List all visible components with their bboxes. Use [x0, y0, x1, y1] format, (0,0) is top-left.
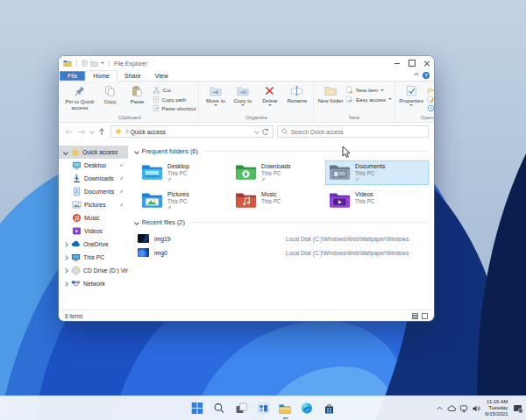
back-button[interactable] — [64, 126, 74, 137]
folder-tile-downloads[interactable]: Downloads This PC — [231, 160, 323, 185]
folder-tile-videos[interactable]: Videos This PC — [325, 189, 429, 213]
sidebar-item-cd-drive[interactable]: CD Drive (D:) Virtual — [59, 264, 128, 277]
network-tray-icon[interactable] — [459, 404, 468, 413]
volume-icon[interactable] — [472, 404, 480, 413]
customize-qat-caret-icon[interactable] — [101, 62, 104, 64]
help-button[interactable]: ? — [423, 72, 430, 79]
copy-path-icon — [153, 96, 160, 103]
collapse-chevron-icon[interactable] — [134, 220, 139, 224]
titlebar[interactable]: File Explorer — [59, 56, 434, 70]
breadcrumb-chevron-icon[interactable] — [124, 129, 128, 133]
forward-button[interactable] — [77, 126, 87, 137]
notification-badge-icon[interactable] — [513, 403, 523, 414]
search-box[interactable] — [277, 125, 429, 138]
copy-to-button[interactable]: Copy to — [229, 83, 256, 106]
rename-button[interactable]: Rename — [283, 83, 310, 103]
pin-icon — [167, 205, 189, 210]
tab-share[interactable]: Share — [117, 70, 148, 81]
copy-path-button[interactable]: Copy path — [153, 96, 195, 103]
new-item-button[interactable]: New item — [345, 86, 391, 94]
tab-view[interactable]: View — [148, 70, 175, 81]
search-input[interactable] — [291, 129, 424, 135]
cut-button[interactable]: Cut — [153, 86, 195, 94]
chevron-right-icon[interactable] — [63, 242, 68, 246]
delete-button[interactable]: Delete — [256, 83, 283, 106]
move-to-button[interactable]: Move to — [202, 83, 229, 106]
up-button[interactable] — [97, 126, 107, 137]
large-icons-view-button[interactable] — [422, 313, 428, 319]
windows-logo-icon — [192, 402, 203, 414]
task-view-button[interactable] — [234, 401, 249, 416]
open-button[interactable]: Open — [427, 86, 434, 94]
easy-access-button[interactable]: Easy access — [345, 96, 391, 103]
minimize-ribbon-icon[interactable] — [414, 73, 418, 77]
search-button[interactable] — [212, 401, 227, 416]
chevron-down-icon[interactable] — [63, 150, 68, 154]
recent-file-row[interactable]: img19 Local Disk (C:)\Windows\Web\Wallpa… — [138, 231, 429, 246]
new-folder-button[interactable]: New folder — [316, 83, 344, 103]
properties-button[interactable]: Properties — [398, 83, 425, 106]
store-button[interactable] — [322, 401, 337, 416]
details-view-button[interactable] — [412, 313, 418, 319]
ribbon-tabs: File Home Share View ? — [59, 70, 434, 82]
tab-home[interactable]: Home — [85, 70, 117, 82]
pin-to-quick-access-button[interactable]: Pin to Quick access — [63, 83, 96, 110]
address-bar[interactable]: Quick access — [110, 125, 274, 138]
folder-tile-documents[interactable]: Documents This PC — [325, 160, 429, 185]
edit-button[interactable]: Edit — [427, 96, 434, 103]
music-folder-icon — [235, 191, 257, 208]
sidebar-item-onedrive[interactable]: OneDrive — [59, 238, 128, 251]
tab-file[interactable]: File — [60, 71, 85, 81]
start-button[interactable] — [190, 401, 205, 416]
onedrive-cloud-icon[interactable] — [447, 404, 457, 412]
widgets-button[interactable] — [256, 401, 271, 416]
pictures-folder-icon — [141, 191, 163, 208]
collapse-chevron-icon[interactable] — [134, 149, 139, 153]
paste-shortcut-button[interactable]: Paste shortcut — [153, 104, 195, 112]
pin-icon — [261, 177, 291, 182]
sidebar-item-network[interactable]: Network — [59, 277, 128, 290]
videos-folder-icon — [329, 191, 351, 208]
ribbon-group-new: New folder New item Easy access New — [314, 82, 394, 122]
sidebar-item-videos[interactable]: Videos — [59, 224, 128, 238]
properties-qat-icon[interactable] — [82, 60, 88, 67]
tray-chevron-up-icon[interactable] — [436, 404, 444, 412]
network-icon — [71, 279, 81, 288]
sidebar-item-documents[interactable]: Documents — [59, 185, 128, 198]
sidebar-item-this-pc[interactable]: This PC — [59, 251, 128, 264]
folder-tile-pictures[interactable]: Pictures This PC — [138, 189, 229, 213]
star-icon — [71, 148, 80, 157]
folder-tile-music[interactable]: Music This PC — [231, 189, 323, 213]
taskbar-clock[interactable]: 11:16 AM Tuesday 6/15/2021 — [485, 399, 508, 417]
history-button[interactable]: History — [427, 104, 434, 112]
chevron-right-icon[interactable] — [63, 281, 68, 286]
file-explorer-button[interactable] — [278, 401, 293, 416]
section-recent-files[interactable]: Recent files (2) — [135, 218, 429, 226]
pin-icon — [119, 163, 124, 168]
folder-tile-desktop[interactable]: Desktop This PC — [138, 160, 229, 185]
breadcrumb[interactable]: Quick access — [131, 129, 252, 135]
paste-button[interactable]: Paste — [124, 83, 151, 104]
sidebar-item-quick-access[interactable]: Quick access — [59, 146, 128, 159]
chevron-right-icon[interactable] — [63, 268, 68, 273]
folder-icon — [63, 60, 72, 67]
maximize-button[interactable] — [404, 56, 419, 70]
close-button[interactable] — [419, 56, 434, 70]
address-dropdown-caret-icon[interactable] — [254, 129, 259, 133]
ribbon-group-organize: Move to Copy to Delete Rename Organize — [199, 82, 314, 122]
pin-icon — [355, 177, 385, 182]
sidebar-item-music[interactable]: Music — [59, 211, 128, 224]
image-thumbnail — [138, 248, 149, 257]
new-folder-qat-icon[interactable] — [90, 61, 98, 67]
section-frequent-folders[interactable]: Frequent folders (6) — [135, 147, 429, 155]
sidebar-item-downloads[interactable]: Downloads — [59, 172, 128, 185]
sidebar-item-pictures[interactable]: Pictures — [59, 198, 128, 211]
recent-locations-caret-icon[interactable] — [89, 129, 94, 133]
recent-file-row[interactable]: img0 Local Disk (C:)\Windows\Web\Wallpap… — [138, 246, 429, 260]
sidebar-item-desktop[interactable]: Desktop — [59, 159, 128, 172]
edge-button[interactable] — [300, 401, 315, 416]
refresh-icon[interactable] — [261, 128, 269, 136]
minimize-button[interactable] — [389, 56, 404, 70]
copy-button[interactable]: Copy — [96, 83, 124, 104]
chevron-right-icon[interactable] — [63, 255, 68, 260]
